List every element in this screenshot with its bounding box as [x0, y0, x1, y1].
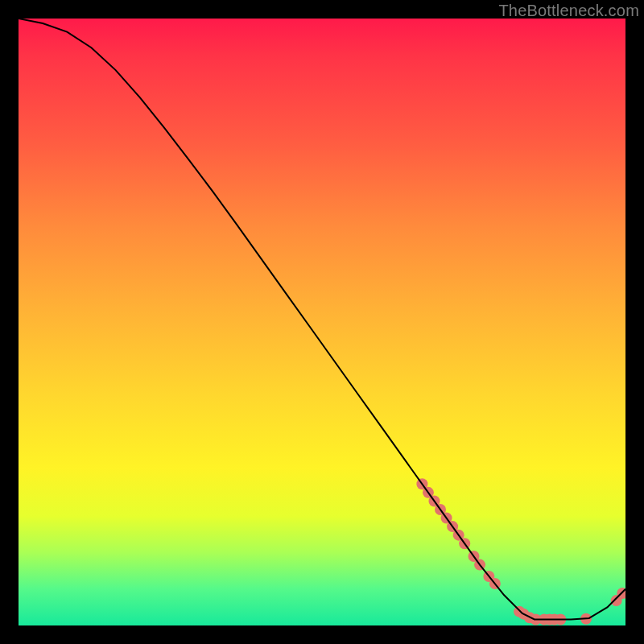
watermark-text: TheBottleneck.com: [498, 2, 639, 20]
bottleneck-curve: [19, 19, 625, 619]
chart-svg: [19, 19, 625, 625]
chart-stage: TheBottleneck.com: [0, 0, 644, 644]
plot-area: [19, 19, 625, 625]
data-markers: [416, 478, 625, 625]
